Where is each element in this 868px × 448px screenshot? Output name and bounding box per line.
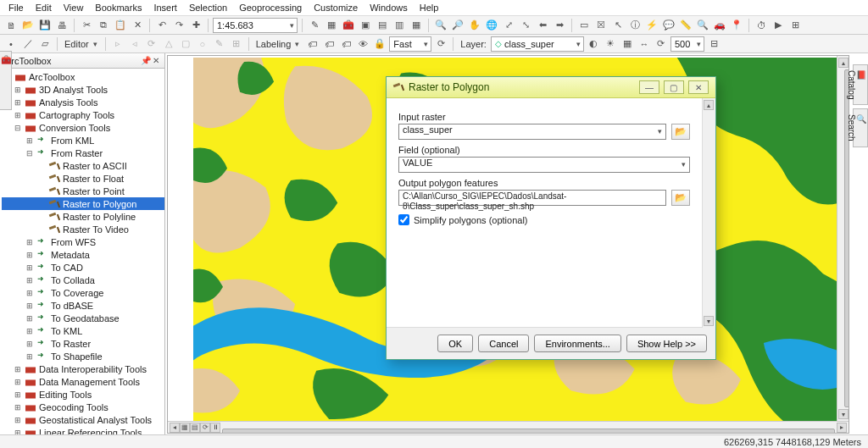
view-data-icon[interactable]: ▦ — [180, 423, 190, 433]
zoom-in-icon[interactable]: 🔍 — [433, 18, 448, 33]
input-raster-browse-button[interactable]: 📂 — [671, 124, 690, 140]
effects-contrast-icon[interactable]: ◐ — [586, 36, 601, 52]
menu-bookmarks[interactable]: Bookmarks — [95, 3, 142, 13]
tree-item[interactable]: Raster to ASCII — [2, 159, 164, 172]
dialog-scrollbar[interactable]: ▴ ▾ — [702, 98, 715, 328]
expand-icon[interactable]: ⊞ — [25, 136, 34, 145]
effects-flicker-icon[interactable]: ⟳ — [654, 36, 669, 52]
redo-icon[interactable]: ↷ — [171, 18, 186, 33]
toc-icon[interactable]: ▦ — [409, 18, 424, 33]
menu-edit[interactable]: Edit — [36, 3, 52, 13]
label-tool1-icon[interactable]: 🏷 — [304, 36, 320, 52]
tree-item[interactable]: Raster to Polyline — [2, 210, 164, 223]
editor-toolbar-icon[interactable]: ✎ — [307, 18, 322, 33]
refresh-icon[interactable]: ⟳ — [200, 423, 210, 433]
edit-tool3-icon[interactable]: ⟳ — [144, 36, 159, 52]
arctoolbox-tree[interactable]: ArcToolbox ⊞3D Analyst Tools⊞Analysis To… — [0, 69, 164, 435]
print-icon[interactable]: 🖶 — [54, 18, 70, 33]
label-tool4-icon[interactable]: 👁 — [355, 36, 370, 52]
expand-icon[interactable]: ⊞ — [14, 403, 22, 412]
go-xy-icon[interactable]: 📍 — [729, 18, 744, 33]
tree-item[interactable]: ⊟Conversion Tools — [2, 121, 164, 134]
draw-point-icon[interactable]: • — [3, 36, 19, 52]
effects-bright-icon[interactable]: ☀ — [603, 36, 618, 52]
new-doc-icon[interactable]: 🗎 — [3, 18, 19, 33]
label-tool2-icon[interactable]: 🏷 — [321, 36, 337, 52]
expand-icon[interactable]: ⊞ — [25, 314, 34, 323]
find-icon[interactable]: 🔍 — [695, 18, 710, 33]
toolbox-icon[interactable]: 🧰 — [341, 18, 356, 33]
cut-icon[interactable]: ✂ — [79, 18, 94, 33]
tree-item[interactable]: ⊞Editing Tools — [2, 388, 164, 401]
flicker-rate-combo[interactable]: 500 — [670, 36, 704, 52]
tree-item[interactable]: ⊞To CAD — [2, 261, 164, 274]
create-viewer-icon[interactable]: ▶ — [771, 18, 786, 33]
select-icon[interactable]: ▭ — [576, 18, 592, 33]
undo-icon[interactable]: ↶ — [154, 18, 170, 33]
show-help-button[interactable]: Show Help >> — [626, 335, 707, 352]
edit-tool1-icon[interactable]: ▹ — [110, 36, 125, 52]
menu-insert[interactable]: Insert — [153, 3, 177, 13]
tree-root[interactable]: ArcToolbox — [2, 70, 164, 83]
tree-item[interactable]: ⊞3D Analyst Tools — [2, 83, 164, 96]
hyperlink-icon[interactable]: ⚡ — [644, 18, 659, 33]
tree-item[interactable]: Raster To Video — [2, 223, 164, 235]
label-tool3-icon[interactable]: 🏷 — [338, 36, 353, 52]
tree-item[interactable]: ⊞To Geodatabase — [2, 312, 164, 324]
simplify-checkbox[interactable] — [398, 214, 409, 225]
tree-item[interactable]: Raster to Float — [2, 172, 164, 185]
clear-sel-icon[interactable]: ☒ — [593, 18, 609, 33]
expand-icon[interactable]: ⊞ — [25, 301, 34, 310]
expand-icon[interactable]: ⊞ — [25, 340, 34, 348]
expand-icon[interactable]: ⊞ — [25, 263, 34, 272]
environments-button[interactable]: Environments... — [534, 335, 620, 352]
view-layout-icon[interactable]: ▤ — [190, 423, 200, 433]
pause-draw-icon[interactable]: ⏸ — [210, 423, 220, 433]
input-raster-combo[interactable]: class_super — [398, 124, 666, 140]
tree-item[interactable]: ⊞Geocoding Tools — [2, 401, 164, 413]
catalog-icon[interactable]: ▦ — [324, 18, 339, 33]
menu-help[interactable]: Help — [420, 3, 439, 13]
edit-tool6-icon[interactable]: ○ — [195, 36, 210, 52]
html-popup-icon[interactable]: 💬 — [661, 18, 676, 33]
open-icon[interactable]: 📂 — [20, 18, 36, 33]
scroll-left-icon[interactable]: ◂ — [170, 423, 180, 433]
panel-close-icon[interactable]: ✕ — [153, 56, 159, 65]
cancel-button[interactable]: Cancel — [478, 335, 529, 352]
tree-item[interactable]: ⊞To Collada — [2, 274, 164, 286]
back-extent-icon[interactable]: ⬅ — [535, 18, 550, 33]
dialog-maximize-icon[interactable]: ▢ — [664, 80, 684, 94]
copy-icon[interactable]: ⧉ — [96, 18, 111, 33]
tree-item[interactable]: ⊞From KML — [2, 134, 164, 147]
fwd-extent-icon[interactable]: ➡ — [552, 18, 567, 33]
right-tab-catalog[interactable]: 📕Catalog — [853, 64, 868, 105]
tree-item[interactable]: ⊞To Coverage — [2, 286, 164, 299]
tree-item[interactable]: ⊞To Shapefile — [2, 350, 164, 362]
labeling-menu-label[interactable]: Labeling — [253, 39, 294, 49]
expand-icon[interactable]: ⊞ — [25, 276, 34, 285]
tree-item[interactable]: ⊞Data Management Tools — [2, 375, 164, 388]
expand-icon[interactable]: ⊞ — [14, 390, 22, 399]
fixed-zoom-in-icon[interactable]: ⤢ — [501, 18, 516, 33]
expand-icon[interactable]: ⊞ — [14, 111, 22, 119]
tree-item[interactable]: Raster to Polygon — [2, 197, 164, 210]
paste-icon[interactable]: 📋 — [113, 18, 128, 33]
label-tool5-icon[interactable]: 🔒 — [372, 36, 387, 52]
tree-item[interactable]: ⊞Geostatistical Analyst Tools — [2, 413, 164, 426]
dialog-titlebar[interactable]: Raster to Polygon — ▢ ✕ — [387, 77, 715, 98]
expand-icon[interactable]: ⊞ — [14, 378, 22, 386]
scroll-down-icon[interactable]: ▾ — [838, 409, 849, 419]
tree-item[interactable]: ⊞To KML — [2, 324, 164, 337]
python-icon[interactable]: ▣ — [358, 18, 373, 33]
fixed-zoom-out-icon[interactable]: ⤡ — [518, 18, 533, 33]
results-icon[interactable]: ▥ — [392, 18, 407, 33]
right-tab-search[interactable]: 🔍Search — [853, 108, 868, 147]
effects-swipe-icon[interactable]: ↔ — [637, 36, 652, 52]
tree-item[interactable]: ⊟From Raster — [2, 147, 164, 159]
edit-tool5-icon[interactable]: ▢ — [178, 36, 193, 52]
find-route-icon[interactable]: 🚗 — [712, 18, 727, 33]
tree-item[interactable]: ⊞To dBASE — [2, 299, 164, 312]
expand-icon[interactable]: ⊞ — [25, 289, 34, 297]
edit-tool8-icon[interactable]: ⊞ — [229, 36, 244, 52]
edit-tool4-icon[interactable]: △ — [161, 36, 176, 52]
